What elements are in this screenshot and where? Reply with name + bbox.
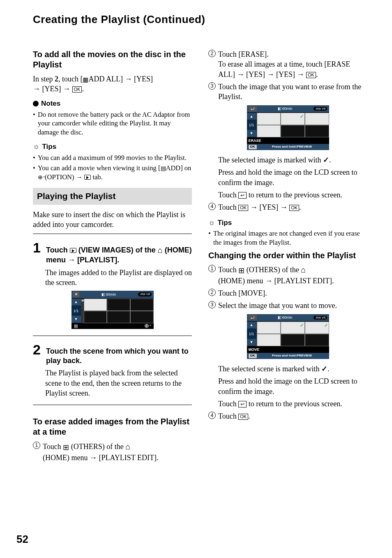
thumb-cell[interactable] — [257, 334, 281, 346]
note-item: Do not remove the battery pack or the AC… — [33, 110, 192, 137]
thumbnail-grid[interactable]: ✓ — [257, 113, 329, 137]
txt: Touch — [218, 266, 238, 274]
arrow-icon: → — [280, 203, 288, 211]
arrow-icon: → — [250, 203, 258, 211]
thumb-cell[interactable] — [84, 299, 107, 311]
back-icon[interactable]: ⮐ — [249, 315, 257, 321]
thumb-cell[interactable] — [305, 334, 329, 346]
erase-steps-cont: 2 Touch [ERASE]. To erase all images at … — [208, 49, 367, 102]
ok-button[interactable]: OK — [249, 354, 257, 358]
arrow-icon: → — [297, 70, 304, 79]
txt: Select the image that you want to move. — [218, 301, 337, 310]
txt: , touch [ — [58, 75, 83, 83]
circled-1-icon: 1 — [208, 265, 216, 272]
preview-hint: Press and hold:PREVIEW — [272, 145, 312, 149]
down-button[interactable]: ▼ — [247, 339, 256, 346]
txt: Touch ↩ to return to the previous screen… — [208, 190, 367, 200]
thumbnail-grid[interactable]: ✓ ✓ — [257, 322, 329, 346]
thumb-cell[interactable]: ✓ — [281, 322, 305, 334]
right-column: 2 Touch [ERASE]. To erase all images at … — [208, 49, 367, 465]
thumbnail-grid[interactable] — [84, 299, 154, 323]
option-icon — [38, 173, 45, 181]
txt: The selected scene is marked with — [218, 365, 321, 373]
tip-item: The original images are not changed even… — [208, 229, 367, 247]
page-number: 52 — [16, 532, 28, 546]
ok-button[interactable]: OK — [249, 145, 257, 149]
thumb-cell[interactable] — [257, 125, 281, 137]
txt: [PLAYLIST EDIT]. — [272, 277, 334, 285]
txt: to return to the previous screen. — [247, 400, 342, 408]
circled-4-icon: 4 — [208, 203, 216, 210]
home-icon — [158, 246, 163, 254]
thumb-cell[interactable] — [84, 311, 107, 323]
txt: Touch — [43, 442, 63, 451]
left-column: To add all the movies on the disc in the… — [33, 49, 192, 465]
txt: Touch — [218, 203, 238, 211]
txt: [YES] — [132, 75, 153, 83]
thumb-cell[interactable] — [281, 334, 305, 346]
sub-step: 1 Touch (OTHERS) of the (HOME) menu → [P… — [208, 264, 367, 286]
txt: Touch [ERASE]. — [218, 50, 269, 58]
check-icon: ✓ — [300, 322, 304, 329]
txt: [YES] — [40, 85, 63, 93]
page-indicator: 1/1 — [247, 120, 256, 130]
thumb-cell[interactable] — [305, 125, 329, 137]
up-button[interactable]: ▲ — [71, 299, 81, 306]
thumb-cell[interactable]: ✓ — [281, 113, 305, 125]
ok-button-glyph: OK — [289, 205, 299, 211]
up-button[interactable]: ▲ — [247, 113, 256, 120]
txt: (VIEW IMAGES) of the — [76, 246, 158, 254]
heading-change-order: Changing the order within the Playlist — [208, 250, 367, 261]
txt: Touch — [218, 412, 238, 420]
circled-3-icon: 3 — [208, 301, 216, 308]
back-icon[interactable]: ⮐ — [249, 106, 257, 112]
thumb-cell[interactable] — [257, 113, 281, 125]
txt: In step — [33, 75, 55, 83]
txt: tab. — [91, 173, 102, 181]
txt: The selected image is marked with — [218, 156, 323, 164]
circled-2-icon: 2 — [208, 50, 216, 57]
play-intro: Make sure to insert the disc on which th… — [33, 210, 192, 230]
txt: Touch [MOVE]. — [218, 289, 267, 297]
change-steps: 1 Touch (OTHERS) of the (HOME) menu → [P… — [208, 264, 367, 310]
txt: The selected image is marked with . — [208, 155, 367, 165]
txt: (OTHERS) of the — [69, 442, 125, 451]
sub-step: 3 Touch the image that you want to erase… — [208, 82, 367, 102]
others-icon — [238, 266, 244, 274]
mode-label: ERASE — [247, 137, 329, 144]
arrow-icon: → — [63, 85, 70, 93]
down-button[interactable]: ▼ — [247, 130, 256, 137]
txt: ADD ALL] — [88, 75, 125, 83]
check-icon — [321, 365, 327, 373]
txt: [PLAYLIST]. — [75, 256, 119, 264]
up-button[interactable]: ▲ — [247, 322, 256, 329]
mode-label: MOVE — [247, 346, 329, 353]
check-icon: ✓ — [324, 322, 328, 329]
txt: . — [316, 70, 318, 79]
tip-item: You can add a maximum of 999 movies to t… — [33, 153, 192, 162]
thumb-cell[interactable] — [107, 311, 130, 323]
thumb-cell[interactable] — [305, 113, 329, 125]
option-small-icon[interactable] — [144, 322, 151, 330]
close-icon[interactable]: × — [73, 292, 80, 297]
step-body: The Playlist is played back from the sel… — [45, 368, 192, 398]
thumb-cell[interactable] — [257, 322, 281, 334]
thumb-cell[interactable] — [107, 299, 130, 311]
down-button[interactable]: ▼ — [71, 316, 81, 323]
sub-step: 1 Touch (OTHERS) of the (HOME) menu → [P… — [33, 441, 192, 463]
txt: to return to the previous screen. — [247, 191, 342, 199]
preview-hint: Press and hold:PREVIEW — [272, 354, 312, 358]
rule — [33, 234, 192, 234]
battery-time: 60min — [278, 106, 292, 111]
txt: Touch — [46, 246, 70, 254]
ok-button-glyph: OK — [306, 72, 316, 78]
sub-step: 4 Touch OK → [YES] → OK. — [208, 202, 367, 212]
check-icon: ✓ — [300, 113, 304, 120]
thumb-cell[interactable] — [130, 299, 154, 311]
film-small-icon[interactable]: ▤ — [74, 323, 78, 329]
thumb-cell[interactable] — [281, 125, 305, 137]
circled-3-icon: 3 — [208, 82, 216, 90]
thumb-cell[interactable] — [130, 311, 154, 323]
thumb-cell[interactable]: ✓ — [305, 322, 329, 334]
sub-step: 2 Touch [ERASE]. To erase all images at … — [208, 49, 367, 79]
